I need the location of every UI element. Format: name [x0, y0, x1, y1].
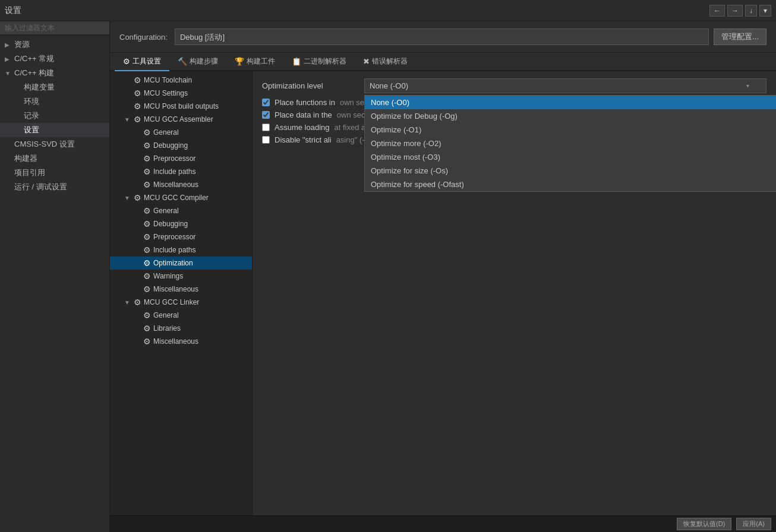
content-area: Configuration: Debug [活动] 管理配置... ⚙ 工具设置…: [110, 21, 776, 532]
gear-icon: ⚙: [134, 88, 141, 98]
sidebar-item-log[interactable]: 记录: [0, 109, 109, 123]
tree-item-mcu-gcc-compiler[interactable]: ▼ ⚙ MCU GCC Compiler: [110, 191, 252, 204]
gear-icon: ⚙: [143, 219, 151, 229]
dropdown-option[interactable]: Optimize for size (-Os): [365, 164, 776, 178]
tree-item-label: Optimization: [153, 259, 193, 267]
tab-tool-settings[interactable]: ⚙ 工具设置: [115, 53, 169, 71]
tree-item-linker-general[interactable]: ⚙ General: [110, 309, 252, 322]
dropdown-option[interactable]: Optimize (-O1): [365, 123, 776, 137]
sidebar-item-env[interactable]: 环境: [0, 94, 109, 109]
tree-item-label: MCU GCC Assembler: [144, 115, 213, 124]
nav-buttons: ← → ↓ ▾: [709, 5, 771, 17]
config-select[interactable]: Debug [活动]: [175, 28, 709, 45]
checkbox-disable-strict[interactable]: [262, 136, 270, 144]
restore-defaults-button[interactable]: 恢复默认值(D): [677, 518, 731, 530]
tree-item-label: Debugging: [153, 141, 188, 150]
tree-item-label: General: [153, 207, 179, 215]
sidebar-filter-input[interactable]: [0, 21, 109, 35]
sidebar-item-label: C/C++ 常规: [14, 53, 54, 64]
tree-item-assembler-preprocessor[interactable]: ⚙ Preprocessor: [110, 152, 252, 165]
sidebar-item-cpp-common[interactable]: ▶ C/C++ 常规: [0, 52, 109, 66]
sidebar-item-run-debug[interactable]: 运行 / 调试设置: [0, 180, 109, 194]
tree-item-assembler-misc[interactable]: ⚙ Miscellaneous: [110, 178, 252, 191]
sidebar-item-build-vars[interactable]: 构建变量: [0, 80, 109, 94]
gear-icon: ⚙: [134, 102, 141, 111]
tree-item-mcu-gcc-linker[interactable]: ▼ ⚙ MCU GCC Linker: [110, 296, 252, 309]
sidebar-item-label: CMSIS-SVD 设置: [14, 139, 75, 150]
checkbox-place-functions[interactable]: [262, 99, 270, 106]
sidebar-item-builder[interactable]: 构建器: [0, 151, 109, 166]
optimization-level-row: Optimization level None (-O0) ▾ None (-O…: [262, 78, 766, 93]
gear-icon: ⚙: [143, 324, 151, 333]
manage-config-button[interactable]: 管理配置...: [714, 28, 766, 45]
tree-item-label: MCU GCC Linker: [144, 298, 199, 306]
dropdown-option[interactable]: Optimize for speed (-Ofast): [365, 178, 776, 191]
nav-down-button[interactable]: ↓: [745, 5, 757, 17]
nav-forward-button[interactable]: →: [727, 5, 743, 17]
tree-item-mcu-post-build[interactable]: ⚙ MCU Post build outputs: [110, 100, 252, 113]
tree-item-assembler-include-paths[interactable]: ⚙ Include paths: [110, 165, 252, 178]
tab-label-binary-parser: 二进制解析器: [304, 56, 346, 66]
tab-icon-tool-settings: ⚙: [123, 57, 130, 66]
opt-select-wrapper[interactable]: None (-O0) ▾ None (-O0)Optimize for Debu…: [364, 78, 766, 93]
sidebar-item-label: 设置: [24, 125, 39, 135]
checkbox-assume-loading[interactable]: [262, 124, 270, 131]
tree-item-compiler-preprocessor[interactable]: ⚙ Preprocessor: [110, 230, 252, 243]
tree-arrow-icon: ▼: [124, 299, 131, 306]
tree-item-compiler-misc[interactable]: ⚙ Miscellaneous: [110, 283, 252, 296]
sidebar-item-label: 记录: [24, 110, 39, 121]
settings-panel: Optimization level None (-O0) ▾ None (-O…: [253, 71, 776, 515]
gear-icon: ⚙: [143, 232, 151, 242]
dropdown-option[interactable]: Optimize more (-O2): [365, 137, 776, 150]
main-layout: ▶ 资源 ▶ C/C++ 常规 ▼ C/C++ 构建 构建变量 环境 记录 设置…: [0, 21, 776, 532]
opt-level-label: Optimization level: [262, 81, 357, 90]
sidebar-item-cpp-build[interactable]: ▼ C/C++ 构建: [0, 66, 109, 80]
bottom-bar: 恢复默认值(D) 应用(A): [110, 515, 776, 532]
tab-build-steps[interactable]: 🔨 构建步骤: [169, 53, 226, 71]
opt-select-display[interactable]: None (-O0) ▾: [364, 78, 766, 93]
tree-item-compiler-include-paths[interactable]: ⚙ Include paths: [110, 243, 252, 256]
dropdown-option[interactable]: Optimize for Debug (-Og): [365, 109, 776, 123]
tree-item-linker-misc[interactable]: ⚙ Miscellaneous: [110, 335, 252, 348]
tab-label-tool-settings: 工具设置: [133, 56, 161, 66]
tree-item-label: MCU Toolchain: [144, 76, 192, 84]
tree-item-compiler-general[interactable]: ⚙ General: [110, 204, 252, 217]
nav-more-button[interactable]: ▾: [759, 5, 771, 17]
tree-panel: ⚙ MCU Toolchain ⚙ MCU Settings ⚙ MCU Pos…: [110, 71, 253, 515]
tab-icon-build-artifacts: 🏆: [235, 57, 244, 66]
tree-item-assembler-general[interactable]: ⚙ General: [110, 126, 252, 139]
gear-icon: ⚙: [143, 258, 151, 268]
checkbox-place-data[interactable]: [262, 111, 270, 119]
sidebar-item-label: 项目引用: [14, 167, 45, 178]
apply-button[interactable]: 应用(A): [736, 518, 771, 530]
tree-item-compiler-debugging[interactable]: ⚙ Debugging: [110, 217, 252, 230]
tree-item-compiler-optimization[interactable]: ⚙ Optimization: [110, 256, 252, 270]
dropdown-option[interactable]: None (-O0): [365, 96, 776, 109]
gear-icon: ⚙: [134, 193, 141, 202]
tree-item-label: Preprocessor: [153, 154, 195, 163]
tree-item-linker-libraries[interactable]: ⚙ Libraries: [110, 322, 252, 335]
sidebar-item-label: 环境: [24, 96, 39, 107]
sidebar-item-resources[interactable]: ▶ 资源: [0, 37, 109, 52]
tab-binary-parser[interactable]: 📋 二进制解析器: [283, 53, 355, 71]
sidebar-item-settings[interactable]: 设置: [0, 123, 109, 137]
sidebar-item-proj-ref[interactable]: 项目引用: [0, 166, 109, 180]
tree-item-label: MCU Post build outputs: [144, 102, 219, 110]
panel-layout: ⚙ MCU Toolchain ⚙ MCU Settings ⚙ MCU Pos…: [110, 71, 776, 515]
tab-error-parser[interactable]: ✖ 错误解析器: [355, 53, 416, 71]
dropdown-option[interactable]: Optimize most (-O3): [365, 150, 776, 164]
tree-item-mcu-gcc-assembler[interactable]: ▼ ⚙ MCU GCC Assembler: [110, 113, 252, 126]
tab-build-artifacts[interactable]: 🏆 构建工件: [226, 53, 283, 71]
tree-item-mcu-toolchain[interactable]: ⚙ MCU Toolchain: [110, 74, 252, 87]
tree-item-assembler-debugging[interactable]: ⚙ Debugging: [110, 139, 252, 152]
gear-icon: ⚙: [143, 245, 151, 255]
tree-item-label: MCU GCC Compiler: [144, 194, 209, 202]
tree-item-label: General: [153, 128, 179, 137]
sidebar-item-cmsis[interactable]: CMSIS-SVD 设置: [0, 137, 109, 151]
tree-item-compiler-warnings[interactable]: ⚙ Warnings: [110, 270, 252, 283]
nav-back-button[interactable]: ←: [709, 5, 725, 17]
tree-item-mcu-settings[interactable]: ⚙ MCU Settings: [110, 87, 252, 100]
arrow-icon: ▶: [5, 42, 12, 48]
tree-item-label: MCU Settings: [144, 89, 188, 97]
config-bar: Configuration: Debug [活动] 管理配置...: [110, 21, 776, 53]
